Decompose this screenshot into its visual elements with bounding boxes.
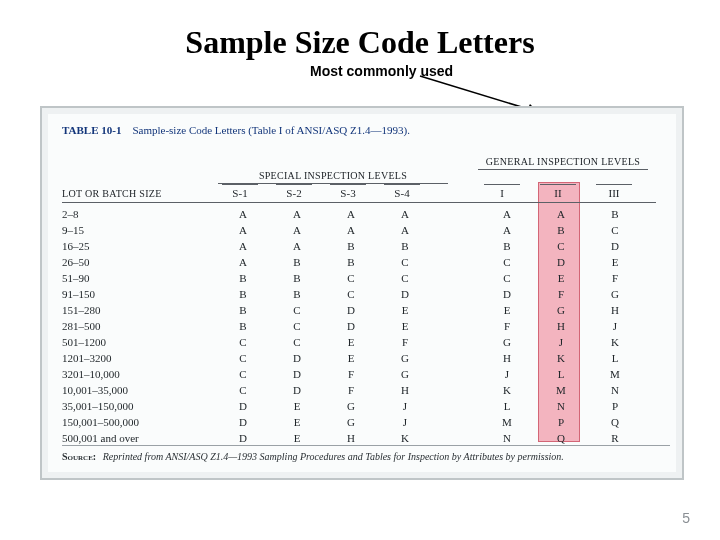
cell-I: L (480, 398, 534, 414)
slide: Sample Size Code Letters Most commonly u… (0, 0, 720, 540)
cell-s4: G (378, 366, 432, 382)
header-special-text: SPECIAL INSPECTION LEVELS (259, 170, 407, 181)
cell-s1: B (216, 270, 270, 286)
cell-s1: C (216, 366, 270, 382)
cell-s1: A (216, 238, 270, 254)
cell-s4: B (378, 238, 432, 254)
cell-I: B (480, 238, 534, 254)
cell-s2: C (270, 334, 324, 350)
col-header-II: II (534, 184, 582, 199)
cell-s1: D (216, 430, 270, 446)
code-letters-table: 2–8AAAAAAB9–15AAAAABC16–25AABBBCD26–50AB… (62, 206, 642, 446)
cell-range: 35,001–150,000 (62, 398, 216, 414)
cell-s1: C (216, 334, 270, 350)
cell-s2: A (270, 222, 324, 238)
cell-s2: E (270, 414, 324, 430)
cell-s3: E (324, 334, 378, 350)
table-caption: TABLE 10-1 Sample-size Code Letters (Tab… (62, 124, 410, 136)
cell-s1: D (216, 398, 270, 414)
cell-s4: K (378, 430, 432, 446)
header-special-inspection: SPECIAL INSPECTION LEVELS (218, 170, 448, 184)
table-row: 281–500BCDEFHJ (62, 318, 642, 334)
cell-s1: C (216, 382, 270, 398)
cell-s3: D (324, 318, 378, 334)
cell-III: L (588, 350, 642, 366)
cell-III: B (588, 206, 642, 222)
cell-I: K (480, 382, 534, 398)
cell-range: 151–280 (62, 302, 216, 318)
cell-I: M (480, 414, 534, 430)
cell-s4: F (378, 334, 432, 350)
table-row: 150,001–500,000DEGJMPQ (62, 414, 642, 430)
rule-icon (478, 169, 648, 170)
table-scan-inner: TABLE 10-1 Sample-size Code Letters (Tab… (48, 114, 676, 472)
cell-s4: A (378, 222, 432, 238)
cell-I: A (480, 206, 534, 222)
cell-II: F (534, 286, 588, 302)
cell-s3: A (324, 206, 378, 222)
cell-III: D (588, 238, 642, 254)
col-header-s2: S-2 (270, 184, 318, 199)
cell-II: J (534, 334, 588, 350)
cell-range: 16–25 (62, 238, 216, 254)
cell-s4: D (378, 286, 432, 302)
header-general-inspection: GENERAL INSPECTION LEVELS (478, 156, 648, 170)
col-header-s1: S-1 (216, 184, 264, 199)
cell-s3: B (324, 238, 378, 254)
cell-s1: B (216, 286, 270, 302)
callout-most-commonly-used: Most commonly used (310, 64, 453, 79)
cell-s4: C (378, 254, 432, 270)
cell-s2: D (270, 366, 324, 382)
cell-s2: B (270, 270, 324, 286)
col-header-I: I (478, 184, 526, 199)
cell-III: N (588, 382, 642, 398)
cell-s4: J (378, 414, 432, 430)
cell-III: G (588, 286, 642, 302)
cell-range: 150,001–500,000 (62, 414, 216, 430)
cell-s2: E (270, 398, 324, 414)
cell-s2: C (270, 302, 324, 318)
cell-I: D (480, 286, 534, 302)
cell-range: 281–500 (62, 318, 216, 334)
cell-range: 51–90 (62, 270, 216, 286)
table-caption-text: Sample-size Code Letters (Table I of ANS… (132, 124, 410, 136)
cell-range: 91–150 (62, 286, 216, 302)
cell-range: 1201–3200 (62, 350, 216, 366)
cell-II: L (534, 366, 588, 382)
cell-II: G (534, 302, 588, 318)
cell-s1: B (216, 302, 270, 318)
cell-s2: A (270, 206, 324, 222)
page-title: Sample Size Code Letters (30, 24, 690, 61)
cell-III: P (588, 398, 642, 414)
col-header-III: III (590, 184, 638, 199)
table-row: 26–50ABBCCDE (62, 254, 642, 270)
cell-I: C (480, 254, 534, 270)
table-row: 16–25AABBBCD (62, 238, 642, 254)
cell-II: K (534, 350, 588, 366)
table-row: 10,001–35,000CDFHKMN (62, 382, 642, 398)
cell-range: 500,001 and over (62, 430, 216, 446)
cell-s2: D (270, 350, 324, 366)
cell-range: 10,001–35,000 (62, 382, 216, 398)
cell-s1: C (216, 350, 270, 366)
table-row: 9–15AAAAABC (62, 222, 642, 238)
cell-s3: G (324, 398, 378, 414)
rule-icon (62, 202, 656, 203)
cell-range: 3201–10,000 (62, 366, 216, 382)
cell-I: E (480, 302, 534, 318)
page-number: 5 (682, 510, 690, 526)
cell-s2: A (270, 238, 324, 254)
cell-III: K (588, 334, 642, 350)
table-scan: TABLE 10-1 Sample-size Code Letters (Tab… (40, 106, 684, 480)
table-row: 151–280BCDEEGH (62, 302, 642, 318)
cell-III: J (588, 318, 642, 334)
cell-III: F (588, 270, 642, 286)
cell-s1: A (216, 254, 270, 270)
cell-s2: B (270, 254, 324, 270)
cell-range: 2–8 (62, 206, 216, 222)
rule-icon (62, 445, 670, 446)
source-line: Source: Reprinted from ANSI/ASQ Z1.4—199… (62, 451, 564, 462)
table-row: 91–150BBCDDFG (62, 286, 642, 302)
cell-s4: A (378, 206, 432, 222)
cell-range: 26–50 (62, 254, 216, 270)
